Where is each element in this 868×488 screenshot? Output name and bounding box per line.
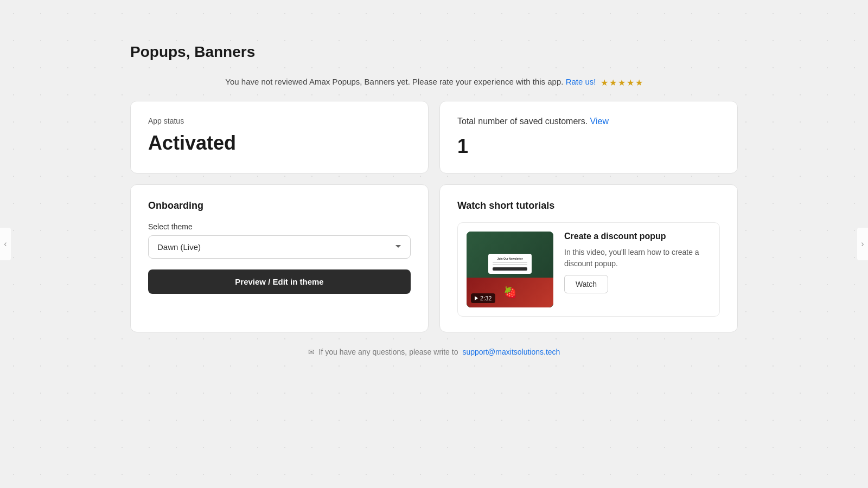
star-3: ★ bbox=[618, 78, 626, 88]
chevron-right-icon: › bbox=[861, 239, 864, 249]
tutorial-title: Create a discount popup bbox=[564, 232, 711, 241]
left-nav-arrow[interactable]: ‹ bbox=[0, 228, 11, 260]
saved-customers-label: Total number of saved customers. bbox=[457, 117, 588, 126]
review-banner: You have not reviewed Amax Popups, Banne… bbox=[130, 77, 738, 88]
video-duration-overlay: 2:32 bbox=[471, 293, 495, 303]
tutorial-info: Create a discount popup In this video, y… bbox=[564, 232, 711, 293]
right-nav-arrow[interactable]: › bbox=[857, 228, 868, 260]
star-5: ★ bbox=[635, 78, 643, 88]
video-thumbnail[interactable]: Join Our Newsletter 🍓 2:32 bbox=[467, 232, 553, 307]
page-title: Popups, Banners bbox=[130, 43, 738, 61]
star-1: ★ bbox=[601, 78, 608, 88]
video-duration: 2:32 bbox=[480, 295, 492, 301]
tutorials-title: Watch short tutorials bbox=[457, 200, 720, 211]
email-icon: ✉ bbox=[308, 348, 315, 356]
popup-mockup: Join Our Newsletter bbox=[488, 254, 532, 274]
app-status-label: App status bbox=[148, 117, 411, 125]
preview-edit-button[interactable]: Preview / Edit in theme bbox=[148, 269, 411, 294]
chevron-left-icon: ‹ bbox=[4, 239, 7, 249]
support-email-link[interactable]: support@maxitsolutions.tech bbox=[462, 348, 560, 356]
app-status-card: App status Activated bbox=[130, 101, 429, 174]
saved-customers-count: 1 bbox=[457, 135, 720, 158]
tutorials-card: Watch short tutorials Join Our Newslette… bbox=[439, 184, 738, 332]
star-2: ★ bbox=[609, 78, 617, 88]
play-icon bbox=[475, 296, 478, 300]
theme-select[interactable]: Dawn (Live) Default Theme Debut bbox=[148, 235, 411, 259]
review-banner-text: You have not reviewed Amax Popups, Banne… bbox=[225, 77, 563, 86]
rate-us-link[interactable]: Rate us! bbox=[566, 77, 596, 86]
tutorial-description: In this video, you'll learn how to creat… bbox=[564, 247, 711, 269]
app-status-value: Activated bbox=[148, 132, 411, 155]
saved-customers-card: Total number of saved customers. View 1 bbox=[439, 101, 738, 174]
top-cards-row: App status Activated Total number of sav… bbox=[130, 101, 738, 174]
popup-mockup-title: Join Our Newsletter bbox=[493, 257, 527, 260]
support-footer: ✉ If you have any questions, please writ… bbox=[130, 348, 738, 356]
view-customers-link[interactable]: View bbox=[590, 117, 609, 126]
tutorial-item: Join Our Newsletter 🍓 2:32 bbox=[457, 222, 720, 317]
saved-customers-text: Total number of saved customers. View bbox=[457, 117, 720, 126]
select-theme-label: Select theme bbox=[148, 222, 411, 231]
star-rating: ★ ★ ★ ★ ★ bbox=[601, 78, 643, 88]
support-text: If you have any questions, please write … bbox=[319, 348, 458, 356]
onboarding-card: Onboarding Select theme Dawn (Live) Defa… bbox=[130, 184, 429, 332]
watch-button[interactable]: Watch bbox=[564, 275, 608, 293]
onboarding-title: Onboarding bbox=[148, 200, 411, 211]
star-4: ★ bbox=[627, 78, 634, 88]
bottom-cards-row: Onboarding Select theme Dawn (Live) Defa… bbox=[130, 184, 738, 332]
